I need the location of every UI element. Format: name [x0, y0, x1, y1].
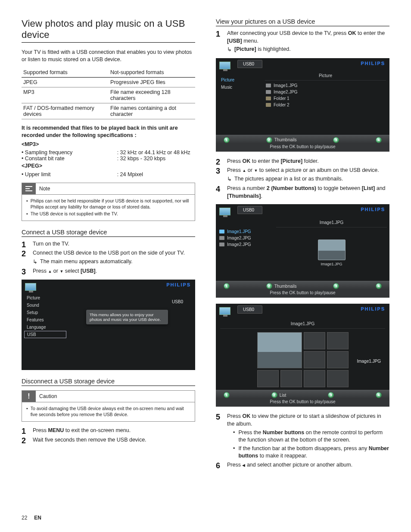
- spec-label: Sampling frequency: [22, 149, 117, 156]
- step: Press and select another picture or anot…: [216, 461, 389, 469]
- num-badge-1: 1: [224, 283, 230, 289]
- bar-label: Thumbnails: [274, 137, 297, 142]
- step-bullet: If the function bar at the bottom disapp…: [238, 445, 389, 460]
- disconnect-steps: Press MENU to exit the on-screen menu. W…: [22, 427, 195, 444]
- spec-value: : 32 kbps - 320 kbps: [117, 156, 195, 162]
- page-title: View photos and play music on a USB devi…: [22, 18, 195, 43]
- num-badge-1: 1: [224, 392, 230, 398]
- menu-item-selected: USB: [24, 331, 66, 338]
- caution-item: To avoid damaging the USB device always …: [31, 405, 190, 417]
- step-result: [Picture] is highlighted.: [234, 46, 291, 54]
- view-steps-a: After connecting your USB device to the …: [216, 30, 389, 54]
- step: Press or to select a picture or an album…: [216, 167, 389, 183]
- camera-icon: [219, 230, 224, 233]
- page-footer: 22 EN: [22, 515, 41, 521]
- th-supported: Supported formats: [22, 68, 109, 78]
- step-result: The pictures appear in a list or as thum…: [234, 175, 343, 184]
- file-item: Folder 2: [265, 102, 386, 108]
- menu-item: Sound: [22, 302, 69, 309]
- section-connect: Connect a USB storage device: [22, 229, 195, 237]
- step: Press or select [USB].: [22, 268, 195, 275]
- spec-label: Constant bit rate: [22, 156, 117, 162]
- num-badge-4: 4: [376, 392, 382, 398]
- monitor-icon: [25, 283, 36, 291]
- brand-logo: PHILIPS: [361, 306, 385, 311]
- note-icon: [22, 183, 36, 194]
- preview-caption: Image1.JPG: [321, 262, 342, 266]
- result-arrow-icon: [33, 258, 37, 266]
- th-unsupported: Not-supported formats: [109, 68, 195, 78]
- grid-cell: [304, 351, 325, 368]
- panel-header: Image1.JPG: [220, 320, 385, 329]
- page-number: 22: [22, 515, 33, 521]
- bar-label: Thumbnails: [274, 284, 297, 289]
- note-title: Note: [39, 186, 50, 192]
- image-file-icon: [266, 90, 271, 94]
- bar-hint: Press the OK button to play/pause: [216, 143, 389, 152]
- usb-label: USB0: [172, 299, 183, 304]
- down-arrow-icon: [59, 268, 63, 274]
- image-preview: [318, 240, 346, 260]
- caution-title: Caution: [39, 393, 57, 399]
- menu-item-selected: Picture: [216, 76, 263, 84]
- menu-item: Language: [22, 324, 69, 331]
- connect-steps: Turn on the TV. Connect the USB device t…: [22, 240, 195, 275]
- tv-screenshot-main-menu: PHILIPS Picture Sound Setup Features Lan…: [22, 280, 195, 370]
- image-file-icon: [219, 236, 224, 240]
- step: Press OK to enter the [Picture] folder.: [216, 158, 389, 165]
- image-file-icon: [219, 243, 224, 246]
- step: Press OK to view the picture or to start…: [216, 413, 389, 460]
- spec-value: : 24 Mpixel: [117, 171, 195, 177]
- tv-screenshot-thumbnail-view: PHILIPS USB0 Image1.JPG Image1.JPG: [216, 304, 389, 407]
- jpeg-label: <JPEG>: [22, 162, 195, 170]
- file-item: Image1.JPG: [265, 82, 386, 89]
- brand-logo: PHILIPS: [166, 282, 191, 287]
- grid-cell: [257, 370, 279, 387]
- note-item: The USB device is not supplied with the …: [31, 211, 118, 217]
- step-bullet: Press the Number buttons on the remote c…: [238, 429, 389, 444]
- grid-cell: [304, 370, 325, 387]
- num-badge-3: 3: [333, 137, 339, 143]
- section-disconnect: Disconnect a USB storage device: [22, 378, 195, 386]
- function-bar: 1 2List 3 4: [216, 390, 389, 398]
- note-item: Philips can not be held responsible if y…: [31, 198, 190, 210]
- bar-label: List: [280, 393, 286, 398]
- view-steps-c: Press OK to view the picture or to start…: [216, 413, 389, 469]
- step: Wait five seconds then remove the USB de…: [22, 436, 195, 444]
- num-badge-3: 3: [333, 283, 339, 289]
- caution-icon: !: [22, 391, 36, 402]
- image-file-icon: [266, 84, 271, 87]
- view-steps-b: Press OK to enter the [Picture] folder. …: [216, 158, 389, 200]
- folder-icon: [266, 103, 271, 107]
- step-result: The main menu appears automatically.: [40, 258, 132, 266]
- grid-cell-selected: [257, 332, 302, 368]
- thumbnail-grid: [257, 332, 349, 387]
- function-bar: 1 2Thumbnails 3 4: [216, 135, 389, 143]
- menu-item: Features: [22, 316, 69, 324]
- brand-logo: PHILIPS: [361, 61, 385, 66]
- tooltip: This menu allows you to enjoy your photo…: [86, 310, 168, 324]
- file-item-selected: Image1.JPG: [218, 228, 276, 235]
- table-row: FAT / DOS-formatted memory devices File …: [22, 103, 195, 119]
- monitor-icon: [219, 62, 230, 69]
- num-badge-3: 3: [328, 392, 334, 398]
- num-badge-1: 1: [224, 137, 230, 143]
- menu-item: Picture: [22, 294, 69, 302]
- tv-screenshot-list-view: PHILIPS USB0 Image1.JPG Image2.JPG Image…: [216, 204, 389, 298]
- table-row: JPEG Progressive JPEG files: [22, 77, 195, 87]
- function-bar: 1 2Thumbnails 3 4: [216, 281, 389, 289]
- folder-icon: [266, 96, 271, 100]
- brand-logo: PHILIPS: [361, 207, 385, 212]
- formats-table: Supported formats Not-supported formats …: [22, 68, 195, 119]
- grid-caption: Image1.JPG: [357, 359, 381, 364]
- bar-hint: Press the OK button to play/pause: [216, 398, 389, 407]
- result-arrow-icon: [227, 46, 232, 54]
- caution-callout: ! Caution To avoid damaging the USB devi…: [22, 390, 195, 422]
- file-item: Image2.JPG: [218, 235, 276, 241]
- monitor-icon: [219, 208, 230, 215]
- step: Turn on the TV.: [22, 240, 195, 248]
- usb-tab: USB0: [237, 60, 262, 68]
- note-callout: Note Philips can not be held responsible…: [22, 183, 195, 221]
- file-item: Folder 1: [265, 95, 386, 102]
- spec-value: : 32 kHz or 44.1 kHz or 48 kHz: [117, 149, 195, 156]
